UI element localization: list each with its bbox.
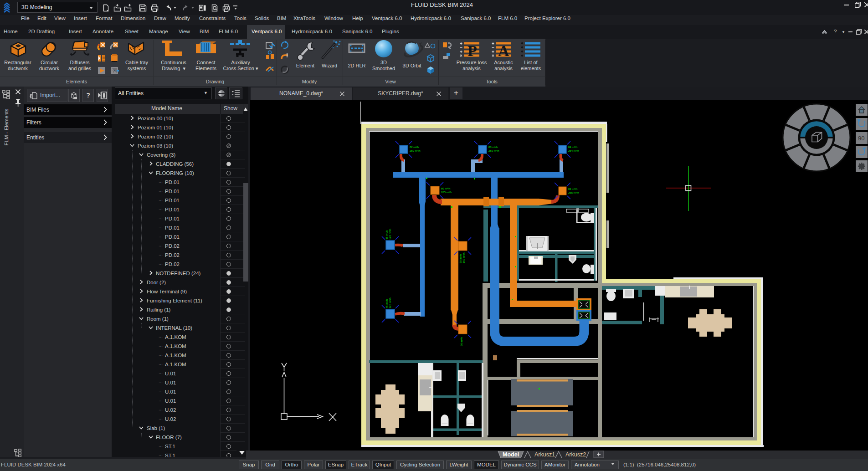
svg-text:265 m³/h: 265 m³/h [568,191,579,194]
svg-text:80 m³/h: 80 m³/h [441,187,450,190]
svg-text:260 m³/h: 260 m³/h [488,149,499,152]
svg-text:84 m³/h: 84 m³/h [568,188,577,190]
svg-text:264 m³/h: 264 m³/h [568,149,579,152]
svg-text:84 m³/h: 84 m³/h [568,146,577,148]
svg-text:45 m³/h: 45 m³/h [385,299,388,308]
svg-text:180 m³/h: 180 m³/h [462,252,465,263]
svg-text:?: ? [113,69,115,73]
svg-text:Model: Model [503,451,519,458]
svg-text:120 m³/h: 120 m³/h [389,297,391,308]
svg-text:Arkusz1: Arkusz1 [534,451,555,458]
svg-text:60 m³/h: 60 m³/h [459,254,462,263]
svg-text:82 m³/h: 82 m³/h [410,146,419,148]
svg-text:P: P [467,42,477,59]
svg-text:90: 90 [858,135,864,142]
svg-text:280 m³/h: 280 m³/h [410,149,421,152]
svg-text:45 m³/h: 45 m³/h [385,230,388,240]
svg-text:265 m³/h: 265 m³/h [441,191,452,194]
svg-text:A: A [498,42,509,59]
svg-text:120 m³/h: 120 m³/h [389,229,391,240]
svg-text:80 m³/h: 80 m³/h [488,146,498,148]
svg-text:60 m³/h: 60 m³/h [460,337,463,346]
svg-text:Arkusz2: Arkusz2 [565,451,586,458]
